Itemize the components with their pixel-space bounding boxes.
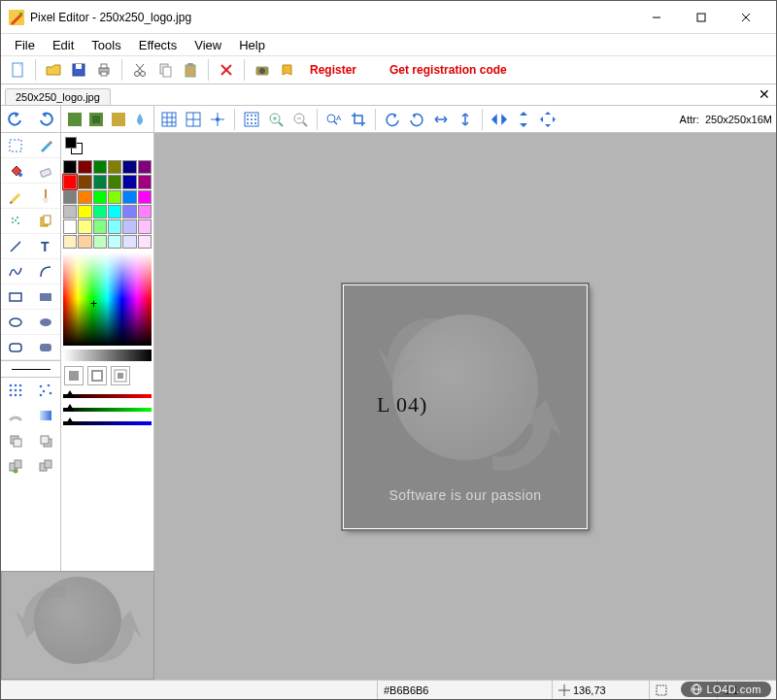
color-swatch[interactable]	[93, 160, 107, 174]
snap-button[interactable]	[241, 109, 262, 130]
color-swatch[interactable]	[108, 175, 121, 188]
minimize-button[interactable]	[634, 3, 679, 32]
maximize-button[interactable]	[679, 3, 724, 32]
undo-button[interactable]	[5, 109, 26, 130]
fill-outline[interactable]	[87, 366, 107, 385]
menu-tools[interactable]: Tools	[84, 36, 128, 54]
palette-mode-1[interactable]	[65, 109, 84, 130]
color-swatch[interactable]	[78, 235, 91, 249]
capture-button[interactable]	[252, 59, 273, 81]
save-button[interactable]	[68, 59, 89, 81]
color-swatch[interactable]	[138, 175, 152, 188]
line-width-selector[interactable]	[1, 360, 60, 378]
color-swatch[interactable]	[122, 235, 136, 249]
color-swatch[interactable]	[63, 160, 77, 174]
ungroup-button[interactable]	[31, 453, 61, 479]
layer-up-button[interactable]	[31, 428, 61, 453]
select-tool[interactable]	[1, 133, 31, 158]
flip-v-button[interactable]	[455, 109, 476, 130]
color-swatch[interactable]	[108, 235, 121, 249]
nudge-up-down-button[interactable]	[513, 109, 534, 130]
preview-panel[interactable]	[1, 571, 154, 680]
menu-edit[interactable]: Edit	[45, 36, 82, 54]
color-swatch[interactable]	[138, 205, 152, 218]
grid-button[interactable]	[158, 109, 180, 130]
get-registration-code-link[interactable]: Get registration code	[389, 63, 507, 77]
delete-button[interactable]	[216, 59, 237, 81]
new-button[interactable]	[7, 59, 28, 81]
red-slider[interactable]	[63, 390, 152, 402]
color-swatch[interactable]	[122, 205, 136, 218]
color-swatch[interactable]	[63, 219, 77, 233]
copy-button[interactable]	[154, 59, 176, 81]
clone-tool[interactable]	[31, 209, 61, 234]
color-swatch[interactable]	[93, 175, 107, 188]
menu-view[interactable]: View	[186, 36, 229, 54]
color-swatch[interactable]	[78, 205, 91, 218]
color-swatch[interactable]	[78, 160, 91, 174]
color-swatch[interactable]	[63, 235, 77, 249]
color-swatch[interactable]	[63, 190, 77, 204]
fill-inset[interactable]	[111, 366, 130, 385]
pattern-sparse-button[interactable]	[31, 378, 61, 403]
fill-solid[interactable]	[64, 366, 84, 385]
brush-tool[interactable]	[31, 183, 61, 209]
redo-button[interactable]	[35, 109, 56, 130]
paste-button[interactable]	[180, 59, 201, 81]
color-swatch[interactable]	[138, 160, 152, 174]
group-button[interactable]	[1, 453, 31, 479]
canvas-viewport[interactable]: L 04) Software is our passion	[154, 133, 776, 680]
crop-button[interactable]	[348, 109, 369, 130]
filled-rect-tool[interactable]	[31, 284, 61, 310]
color-swatch[interactable]	[108, 205, 121, 218]
pattern-dots-button[interactable]	[1, 378, 31, 403]
color-swatch[interactable]	[93, 190, 107, 204]
rotate-cw-button[interactable]	[406, 109, 427, 130]
artboard[interactable]: L 04) Software is our passion	[343, 284, 588, 529]
ellipse-tool[interactable]	[1, 310, 31, 335]
tab-close-icon[interactable]: ✕	[759, 86, 770, 102]
flip-h-button[interactable]	[430, 109, 452, 130]
hue-picker[interactable]: +	[63, 252, 152, 346]
help-book-button[interactable]	[277, 59, 298, 81]
smudge-tool[interactable]	[1, 403, 31, 428]
fill-tool[interactable]	[1, 158, 31, 183]
spray-tool[interactable]	[1, 209, 31, 234]
color-swatch[interactable]	[93, 235, 107, 249]
curve-tool[interactable]	[1, 259, 31, 284]
pencil-tool[interactable]	[1, 183, 31, 209]
palette-mode-2[interactable]	[87, 109, 107, 130]
color-swatch[interactable]	[78, 175, 91, 188]
color-swatch[interactable]	[78, 219, 91, 233]
color-swatch[interactable]	[138, 190, 152, 204]
nudge-all-button[interactable]	[537, 109, 558, 130]
color-swatch[interactable]	[108, 190, 121, 204]
document-tab[interactable]: 250x250_logo.jpg	[5, 88, 111, 105]
color-swatch[interactable]	[93, 219, 107, 233]
color-swatch[interactable]	[122, 190, 136, 204]
color-swatch[interactable]	[122, 219, 136, 233]
open-button[interactable]	[43, 59, 64, 81]
cut-button[interactable]	[129, 59, 151, 81]
color-swatch[interactable]	[93, 205, 107, 218]
blue-slider[interactable]	[63, 417, 152, 429]
menu-help[interactable]: Help	[231, 36, 273, 54]
color-swatch[interactable]	[138, 219, 152, 233]
color-swatch[interactable]	[63, 205, 77, 218]
align-center-button[interactable]	[207, 109, 228, 130]
gradient-tool[interactable]	[31, 403, 61, 428]
color-swatch[interactable]	[138, 235, 152, 249]
line-tool[interactable]	[1, 234, 31, 259]
register-link[interactable]: Register	[310, 63, 356, 77]
color-swatch[interactable]	[108, 219, 121, 233]
filled-roundrect-tool[interactable]	[31, 335, 61, 360]
zoom-text-button[interactable]: A	[323, 109, 345, 130]
foreground-background-swatch[interactable]	[65, 137, 83, 154]
menu-file[interactable]: File	[7, 36, 43, 54]
color-picker-tool[interactable]	[31, 133, 61, 158]
zoom-in-button[interactable]	[265, 109, 287, 130]
close-button[interactable]	[724, 3, 768, 32]
color-swatch[interactable]	[122, 160, 136, 174]
roundrect-tool[interactable]	[1, 335, 31, 360]
menu-effects[interactable]: Effects	[131, 36, 186, 54]
